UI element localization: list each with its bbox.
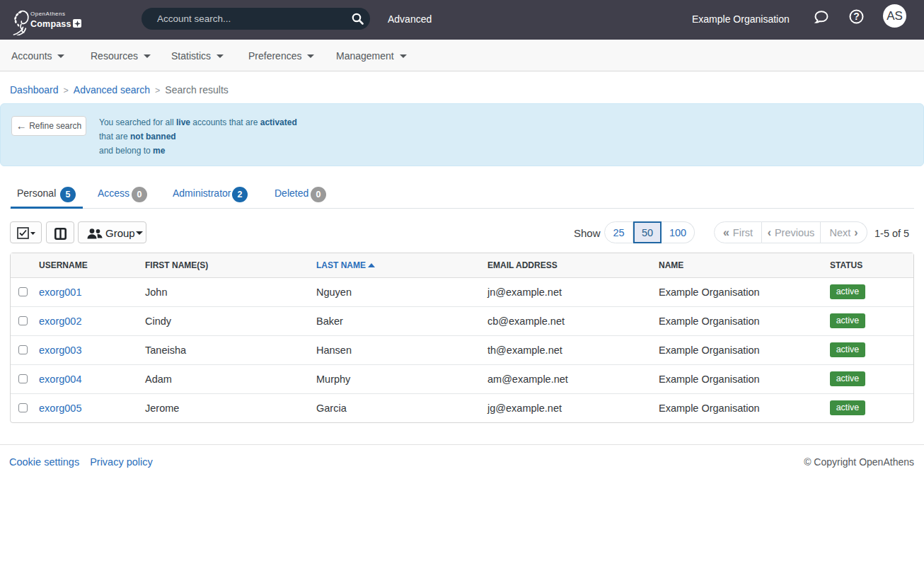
- svg-text:?: ?: [853, 11, 860, 22]
